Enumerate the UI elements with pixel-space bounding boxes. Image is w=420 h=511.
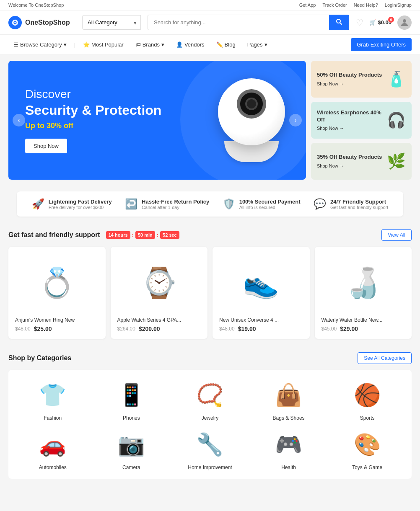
category-img-phones: 📱 bbox=[114, 378, 148, 412]
logo[interactable]: OneStopShop bbox=[8, 16, 75, 29]
category-label-sports: Sports bbox=[360, 415, 375, 421]
timer-hours: 14 hours bbox=[106, 231, 130, 239]
product-prices-0: $48.00 $25.00 bbox=[15, 325, 99, 332]
cart-icon: 🛒 bbox=[369, 19, 376, 26]
search-button[interactable] bbox=[329, 15, 349, 30]
product-emoji-2: 👟 bbox=[243, 266, 279, 300]
chevron-down-icon-pages: ▾ bbox=[264, 41, 267, 48]
banner-image-3: 🌿 bbox=[387, 152, 406, 170]
feature-text-delivery: Lightening Fast Delivery Free delivery f… bbox=[49, 199, 112, 210]
nav-brands[interactable]: 🏷 Brands ▾ bbox=[130, 39, 169, 50]
nav-browse-category[interactable]: ☰ Browse Category ▾ bbox=[8, 39, 72, 50]
hero-shop-button[interactable]: Shop Now bbox=[25, 139, 67, 153]
search-input[interactable] bbox=[148, 15, 329, 30]
user-avatar[interactable] bbox=[397, 15, 412, 30]
banner-link-2[interactable]: Shop Now → bbox=[317, 126, 344, 131]
banner-title-2: Wireless Earphones 40% Off bbox=[317, 109, 387, 124]
category-label-jewelry: Jewelry bbox=[202, 415, 219, 421]
original-price-1: $264.00 bbox=[117, 326, 135, 332]
search-bar bbox=[148, 15, 349, 30]
feature-support: 💬 24/7 Friendly Support Get fast and fri… bbox=[314, 198, 388, 210]
svg-line-4 bbox=[340, 23, 342, 24]
nav-blog[interactable]: ✏️ Blog bbox=[211, 39, 241, 50]
nav-most-popular[interactable]: ⭐ Most Popular bbox=[78, 39, 129, 50]
category-camera[interactable]: 📷 Camera bbox=[96, 428, 168, 470]
category-bags-shoes[interactable]: 👜 Bags & Shoes bbox=[253, 378, 325, 421]
welcome-text: Welcome To OneStopShop bbox=[8, 3, 64, 8]
star-icon: ⭐ bbox=[83, 41, 90, 48]
login-signup-link[interactable]: Login/Signup bbox=[385, 3, 412, 8]
category-img-autos: 🚗 bbox=[36, 428, 70, 461]
product-prices-2: $48.00 $19.00 bbox=[219, 325, 303, 332]
sale-price-1: $200.00 bbox=[139, 325, 160, 332]
category-toys-game[interactable]: 🎨 Toys & Game bbox=[331, 428, 403, 470]
product-card-1: ⌚ Apple Watch Series 4 GPA... $264.00 $2… bbox=[111, 247, 208, 339]
home-icon: 🔧 bbox=[196, 432, 223, 457]
banner-image-2: 🎧 bbox=[387, 111, 406, 129]
track-order-link[interactable]: Track Order bbox=[322, 3, 347, 8]
category-sports[interactable]: 🏀 Sports bbox=[331, 378, 403, 421]
hero-discount: Up to 30% off bbox=[25, 121, 161, 130]
banner-text-1: 50% Off Beauty Products Shop Now → bbox=[317, 72, 382, 87]
hero-prev-button[interactable]: ‹ bbox=[13, 114, 25, 126]
view-all-button[interactable]: View All bbox=[381, 229, 412, 241]
category-dropdown-wrap[interactable]: All Category bbox=[82, 15, 141, 30]
vendor-icon: 👤 bbox=[176, 41, 183, 48]
phones-icon: 📱 bbox=[118, 382, 145, 408]
hero-next-button[interactable]: › bbox=[289, 114, 302, 126]
feature-delivery: 🚀 Lightening Fast Delivery Free delivery… bbox=[32, 198, 112, 210]
nav-pages[interactable]: Pages ▾ bbox=[242, 39, 272, 50]
category-health[interactable]: 🎮 Health bbox=[253, 428, 325, 470]
category-phones[interactable]: 📱 Phones bbox=[96, 378, 168, 421]
banner-link-3[interactable]: Shop Now → bbox=[317, 163, 344, 168]
avatar-icon bbox=[399, 18, 410, 28]
wishlist-icon[interactable]: ♡ bbox=[356, 18, 363, 28]
nav-divider-1: | bbox=[74, 41, 75, 48]
nav-vendors[interactable]: 👤 Vendors bbox=[171, 39, 210, 50]
timer-sep-1: : bbox=[132, 232, 134, 238]
nav-vendors-label: Vendors bbox=[184, 41, 205, 48]
category-jewelry[interactable]: 📿 Jewelry bbox=[174, 378, 246, 421]
grab-offers-button[interactable]: Grab Exciting Offers bbox=[351, 38, 412, 51]
hero-section: ‹ Discover Security & Protection Up to 3… bbox=[0, 55, 420, 186]
original-price-0: $48.00 bbox=[15, 326, 31, 332]
search-icon bbox=[336, 18, 342, 25]
feature-return: ↩️ Hassle-Free Return Policy Cancel afte… bbox=[125, 198, 209, 210]
category-img-toys: 🎨 bbox=[350, 428, 384, 461]
need-help-link[interactable]: Need Help? bbox=[354, 3, 378, 8]
category-img-bags: 👜 bbox=[272, 378, 306, 412]
category-img-fashion: 👕 bbox=[36, 378, 70, 412]
hero-content: Discover Security & Protection Up to 30%… bbox=[25, 88, 161, 153]
product-image-0: 💍 bbox=[15, 253, 99, 312]
product-card-3: 🍶 Waterly Water Bottle New... $45.00 $29… bbox=[315, 247, 412, 339]
feature-desc-2: All info is secured bbox=[239, 205, 301, 210]
category-automobiles[interactable]: 🚗 Automobiles bbox=[17, 428, 89, 470]
health-icon: 🎮 bbox=[275, 432, 302, 457]
countdown-timer: 14 hours : 50 min : 52 sec bbox=[106, 231, 179, 239]
cart-badge: 0 bbox=[388, 17, 394, 23]
product-name-1: Apple Watch Series 4 GPA... bbox=[117, 317, 201, 323]
see-all-categories-button[interactable]: See All Categories bbox=[358, 352, 412, 364]
side-banner-beauty2: 35% Off Beauty Products Shop Now → 🌿 bbox=[311, 143, 412, 180]
category-fashion[interactable]: 👕 Fashion bbox=[17, 378, 89, 421]
product-prices-3: $45.00 $29.00 bbox=[321, 325, 405, 332]
original-price-3: $45.00 bbox=[321, 326, 337, 332]
get-app-link[interactable]: Get App bbox=[299, 3, 316, 8]
nav-right: Grab Exciting Offers bbox=[351, 38, 412, 51]
product-name-2: New Unisex Converse 4 ... bbox=[219, 317, 303, 323]
category-select[interactable]: All Category bbox=[82, 15, 141, 30]
nav-brands-label: Brands bbox=[143, 41, 160, 48]
category-home-improvement[interactable]: 🔧 Home Improvement bbox=[174, 428, 246, 470]
nav-pages-label: Pages bbox=[247, 41, 263, 48]
product-grid: 💍 Anjum's Women Ring New $48.00 $25.00 ⌚… bbox=[8, 247, 412, 339]
hamburger-icon: ☰ bbox=[13, 41, 18, 48]
banner-link-1[interactable]: Shop Now → bbox=[317, 81, 344, 86]
feature-title-3: 24/7 Friendly Support bbox=[330, 199, 388, 205]
svg-point-2 bbox=[14, 22, 16, 23]
feature-payment: 🛡️ 100% Secured Payment All info is secu… bbox=[223, 198, 301, 210]
cart-button[interactable]: 🛒 $0.00 0 bbox=[369, 19, 391, 26]
camera-icon: 📷 bbox=[118, 432, 145, 457]
chevron-down-icon: ▾ bbox=[64, 41, 67, 48]
return-icon: ↩️ bbox=[125, 198, 137, 210]
navbar: ☰ Browse Category ▾ | ⭐ Most Popular 🏷 B… bbox=[0, 35, 420, 55]
